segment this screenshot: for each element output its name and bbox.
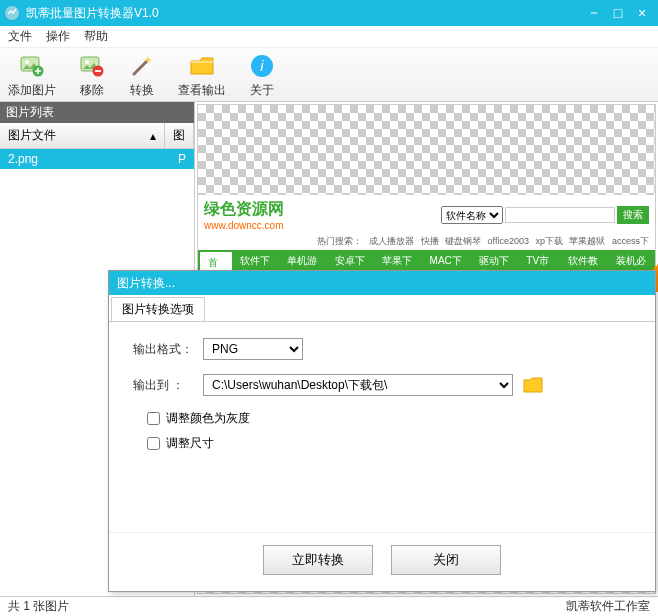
titlebar: 凯蒂批量图片转换器V1.0 － □ ×	[0, 0, 658, 26]
grayscale-label: 调整颜色为灰度	[166, 410, 250, 427]
browse-folder-button[interactable]	[521, 374, 545, 396]
grayscale-checkbox-row[interactable]: 调整颜色为灰度	[147, 410, 631, 427]
dialog-actions: 立即转换 关闭	[109, 532, 655, 591]
remove-label: 移除	[80, 82, 104, 99]
convert-label: 转换	[130, 82, 154, 99]
resize-checkbox[interactable]	[147, 437, 160, 450]
dialog-tabs: 图片转换选项	[109, 295, 655, 322]
output-path-select[interactable]: C:\Users\wuhan\Desktop\下载包\	[203, 374, 513, 396]
window-title: 凯蒂批量图片转换器V1.0	[26, 5, 582, 22]
image-list-header: 图片列表	[0, 102, 194, 123]
sort-icon: ▴	[150, 129, 156, 143]
tab-convert-options[interactable]: 图片转换选项	[111, 297, 205, 321]
menu-help[interactable]: 帮助	[84, 28, 108, 45]
minimize-button[interactable]: －	[582, 3, 606, 23]
wand-icon	[128, 52, 156, 80]
menubar: 文件 操作 帮助	[0, 26, 658, 48]
list-column-header: 图片文件▴ 图	[0, 123, 194, 149]
svg-point-0	[5, 6, 19, 20]
close-dialog-button[interactable]: 关闭	[391, 545, 501, 575]
cell-type: P	[170, 149, 194, 169]
preview-search: 软件名称 搜索	[441, 206, 649, 224]
statusbar: 共 1 张图片 凯蒂软件工作室	[0, 596, 658, 616]
list-item[interactable]: 2.png P	[0, 149, 194, 169]
status-right: 凯蒂软件工作室	[566, 598, 650, 615]
convert-button[interactable]: 转换	[128, 52, 156, 99]
preview-logo: 绿色资源网 www.downcc.com	[204, 199, 284, 231]
hot-search: 热门搜索： 成人播放器 快播 键盘钢琴 office2003 xp下载 苹果越狱…	[198, 235, 655, 250]
col-type[interactable]: 图	[165, 123, 194, 148]
grayscale-checkbox[interactable]	[147, 412, 160, 425]
add-image-button[interactable]: 添加图片	[8, 52, 56, 99]
convert-dialog: 图片转换... 图片转换选项 输出格式： PNG 输出到 ： C:\Users\…	[108, 270, 656, 592]
dialog-body: 输出格式： PNG 输出到 ： C:\Users\wuhan\Desktop\下…	[109, 322, 655, 532]
convert-now-button[interactable]: 立即转换	[263, 545, 373, 575]
toolbar: 添加图片 移除 转换 查看输出 i 关于	[0, 48, 658, 102]
view-output-button[interactable]: 查看输出	[178, 52, 226, 99]
dialog-title: 图片转换...	[109, 271, 655, 295]
remove-button[interactable]: 移除	[78, 52, 106, 99]
col-file[interactable]: 图片文件▴	[0, 123, 165, 148]
close-button[interactable]: ×	[630, 3, 654, 23]
search-input[interactable]	[505, 207, 615, 223]
output-format-select[interactable]: PNG	[203, 338, 303, 360]
search-type-select[interactable]: 软件名称	[441, 206, 503, 224]
cell-file: 2.png	[0, 149, 170, 169]
view-output-label: 查看输出	[178, 82, 226, 99]
app-icon	[4, 5, 20, 21]
remove-icon	[78, 52, 106, 80]
add-image-label: 添加图片	[8, 82, 56, 99]
svg-point-2	[25, 60, 29, 64]
menu-operate[interactable]: 操作	[46, 28, 70, 45]
output-format-label: 输出格式：	[133, 341, 203, 358]
menu-file[interactable]: 文件	[8, 28, 32, 45]
add-image-icon	[18, 52, 46, 80]
folder-icon	[188, 52, 216, 80]
info-icon: i	[248, 52, 276, 80]
output-path-label: 输出到 ：	[133, 377, 203, 394]
svg-point-5	[85, 60, 89, 64]
about-label: 关于	[250, 82, 274, 99]
resize-checkbox-row[interactable]: 调整尺寸	[147, 435, 631, 452]
search-button[interactable]: 搜索	[617, 206, 649, 224]
about-button[interactable]: i 关于	[248, 52, 276, 99]
resize-label: 调整尺寸	[166, 435, 214, 452]
maximize-button[interactable]: □	[606, 3, 630, 23]
status-left: 共 1 张图片	[8, 598, 566, 615]
